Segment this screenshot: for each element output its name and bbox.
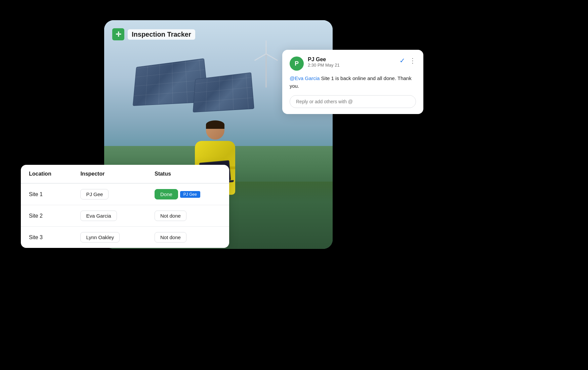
location-cell: Site 3 (21, 227, 72, 248)
col-header-inspector: Inspector (72, 165, 146, 183)
status-chip-not-done[interactable]: Not done (155, 211, 186, 221)
check-icon[interactable]: ✓ (400, 57, 405, 65)
mention-tag: @Eva Garcia (290, 75, 320, 81)
comment-card: P PJ Gee 2:30 PM May 21 ✓ ⋮ @Eva Garcia … (282, 50, 423, 114)
inspection-table: Location Inspector Status Site 1 PJ Gee … (21, 165, 229, 248)
comment-author: PJ Gee (308, 57, 395, 63)
table-header-row: Location Inspector Status (21, 165, 229, 183)
inspector-cell: Lynn Oakley (72, 227, 146, 248)
wind-turbine (265, 47, 267, 87)
table-row: Site 2 Eva Garcia Not done (21, 205, 229, 227)
col-header-location: Location (21, 165, 72, 183)
table-card: Location Inspector Status Site 1 PJ Gee … (21, 165, 229, 248)
worker-head (206, 121, 224, 140)
inspector-chip[interactable]: PJ Gee (80, 189, 109, 199)
status-cell: Done PJ Gee (146, 183, 229, 205)
status-chip-done[interactable]: Done (155, 189, 178, 199)
reply-input[interactable] (290, 95, 416, 108)
table-row: Site 3 Lynn Oakley Not done (21, 227, 229, 248)
table-row: Site 1 PJ Gee Done PJ Gee (21, 183, 229, 205)
status-cell: Not done (146, 205, 229, 227)
inspector-chip[interactable]: Eva Garcia (80, 211, 117, 221)
comment-body: @Eva Garcia Site 1 is back online and al… (290, 75, 416, 90)
more-options-icon[interactable]: ⋮ (409, 57, 416, 65)
location-cell: Site 2 (21, 205, 72, 227)
comment-header: P PJ Gee 2:30 PM May 21 ✓ ⋮ (290, 57, 416, 71)
comment-time: 2:30 PM May 21 (308, 63, 395, 68)
location-cell: Site 1 (21, 183, 72, 205)
comment-actions: ✓ ⋮ (400, 57, 416, 65)
inspector-chip[interactable]: Lynn Oakley (80, 232, 120, 243)
col-header-status: Status (146, 165, 229, 183)
inspector-cell: PJ Gee (72, 183, 146, 205)
app-header: ✛ Inspection Tracker (112, 28, 195, 40)
status-chip-not-done[interactable]: Not done (155, 232, 186, 243)
scene: ✛ Inspection Tracker P PJ Gee 2:30 PM Ma… (0, 0, 588, 370)
comment-meta: PJ Gee 2:30 PM May 21 (308, 57, 395, 68)
inspector-cell: Eva Garcia (72, 205, 146, 227)
app-title: Inspection Tracker (128, 29, 195, 40)
app-icon: ✛ (112, 28, 124, 40)
avatar: P (290, 57, 304, 71)
cursor-badge-pj-gee: PJ Gee (180, 191, 200, 198)
solar-panel-2 (193, 72, 254, 112)
status-cell: Not done (146, 227, 229, 248)
